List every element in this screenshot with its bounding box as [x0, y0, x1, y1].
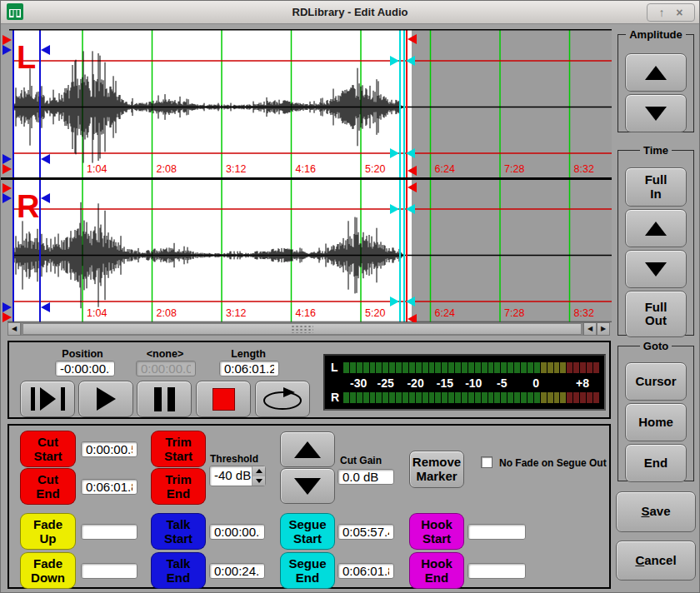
- talk-start-field[interactable]: [209, 524, 265, 540]
- meter-segment: [389, 362, 395, 373]
- gain-up-button[interactable]: [280, 431, 335, 467]
- meter-segment: [521, 362, 527, 373]
- trim-start-button[interactable]: TrimStart: [151, 431, 206, 467]
- cut-start-marker[interactable]: [2, 183, 12, 193]
- remove-marker-button[interactable]: RemoveMarker: [409, 451, 464, 488]
- goto-end-button[interactable]: End: [625, 444, 687, 482]
- meter-segment: [363, 392, 369, 403]
- cut-end-button[interactable]: CutEnd: [20, 468, 76, 505]
- scroll-forward-button[interactable]: ▶: [597, 322, 610, 336]
- talk-start-button[interactable]: TalkStart: [151, 513, 206, 550]
- meter-segment: [468, 362, 474, 373]
- meter-segment: [442, 362, 448, 373]
- time-tick-label: 4:16: [296, 163, 316, 175]
- pause-button[interactable]: [137, 381, 192, 417]
- length-field[interactable]: [219, 361, 279, 376]
- shade-window-icon[interactable]: ↑: [659, 7, 665, 18]
- meter-scale-label: -25: [378, 376, 394, 390]
- cut-start-marker[interactable]: [2, 35, 12, 45]
- meter-scale-label: 0: [532, 376, 539, 390]
- talk-start-marker[interactable]: [2, 302, 12, 312]
- hook-start-field[interactable]: [468, 524, 526, 540]
- threshold-label: Threshold: [210, 453, 258, 465]
- meter-segment: [580, 362, 586, 373]
- marker-edit-panel: CutStart CutEnd TrimStart TrimEnd Thresh…: [8, 424, 611, 589]
- stop-button[interactable]: [196, 381, 251, 417]
- save-button[interactable]: Save: [616, 491, 696, 532]
- meter-segment: [494, 362, 500, 373]
- waveform-scrollbar[interactable]: ◀ ◀ ▶: [8, 322, 610, 336]
- fade-up-button[interactable]: FadeUp: [20, 513, 76, 550]
- cut-start-marker[interactable]: [2, 312, 12, 322]
- meter-segment: [475, 362, 481, 373]
- meter-segment: [382, 392, 388, 403]
- loop-icon: [261, 386, 304, 411]
- talk-end-button[interactable]: TalkEnd: [151, 552, 206, 589]
- meter-segment: [422, 362, 428, 373]
- meter-right-bar: [343, 392, 599, 403]
- meter-segment: [396, 392, 402, 403]
- cut-end-field[interactable]: [81, 479, 138, 495]
- amplitude-group-title: Amplitude: [626, 28, 686, 41]
- scroll-back-button[interactable]: ◀: [583, 322, 597, 336]
- spin-up-icon[interactable]: [252, 466, 265, 476]
- title-bar[interactable]: RDLibrary - Edit Audio ↑ ×: [1, 1, 699, 24]
- segue-end-field[interactable]: [338, 563, 394, 579]
- waveform-right-channel[interactable]: R1:042:083:124:165:206:247:288:32: [1, 180, 612, 322]
- segue-end-button[interactable]: SegueEnd: [280, 552, 335, 589]
- no-fade-checkbox[interactable]: [481, 456, 492, 468]
- time-zoom-out-button[interactable]: [625, 250, 687, 288]
- gain-down-button[interactable]: [280, 468, 335, 504]
- waveform-left-channel[interactable]: L1:042:083:124:165:206:247:288:32: [1, 29, 612, 177]
- meter-segment: [573, 392, 579, 403]
- trim-end-button[interactable]: TrimEnd: [151, 468, 206, 505]
- time-full-out-button[interactable]: FullOut: [625, 291, 687, 337]
- meter-segment: [462, 362, 468, 373]
- play-from-cursor-button[interactable]: [20, 381, 75, 417]
- time-full-in-button[interactable]: FullIn: [625, 167, 687, 207]
- meter-segment: [554, 362, 560, 373]
- cut-start-button[interactable]: CutStart: [20, 431, 76, 467]
- threshold-value[interactable]: -40 dB: [210, 466, 252, 486]
- position-field[interactable]: [55, 361, 115, 376]
- close-icon[interactable]: ×: [676, 7, 682, 18]
- amplitude-up-button[interactable]: [625, 53, 687, 92]
- cut-start-field[interactable]: [81, 441, 138, 457]
- talk-start-marker[interactable]: [2, 45, 12, 55]
- meter-segment: [548, 362, 553, 373]
- goto-cursor-button[interactable]: Cursor: [625, 362, 687, 401]
- hook-end-button[interactable]: HookEnd: [409, 552, 464, 589]
- goto-home-button[interactable]: Home: [625, 403, 687, 441]
- scrollbar-track[interactable]: [21, 322, 583, 336]
- meter-segment: [528, 362, 533, 373]
- play-icon: [97, 387, 116, 411]
- threshold-spinbox[interactable]: -40 dB: [209, 466, 266, 486]
- fade-down-field[interactable]: [81, 563, 138, 579]
- meter-segment: [357, 362, 362, 373]
- cut-gain-field[interactable]: [338, 469, 394, 485]
- cut-start-marker[interactable]: [2, 164, 12, 174]
- spin-down-icon[interactable]: [252, 476, 265, 486]
- play-button[interactable]: [78, 381, 133, 417]
- fade-up-field[interactable]: [81, 524, 138, 540]
- meter-left-label: L: [331, 362, 342, 373]
- scroll-left-button[interactable]: ◀: [8, 322, 21, 336]
- talk-start-marker[interactable]: [2, 154, 12, 164]
- loop-button[interactable]: [255, 381, 310, 417]
- segue-start-field[interactable]: [338, 524, 394, 540]
- time-tick-label: 6:24: [435, 307, 455, 319]
- hook-end-field[interactable]: [468, 563, 526, 579]
- talk-start-marker[interactable]: [2, 193, 12, 203]
- goto-group: Goto Cursor Home End: [618, 340, 694, 481]
- segue-start-button[interactable]: SegueStart: [280, 513, 335, 550]
- scrollbar-grip: [291, 325, 313, 333]
- cancel-button[interactable]: Cancel: [616, 541, 696, 581]
- fade-down-button[interactable]: FadeDown: [20, 552, 76, 589]
- hook-start-button[interactable]: HookStart: [409, 513, 464, 550]
- time-zoom-in-button[interactable]: [625, 209, 687, 247]
- amplitude-down-button[interactable]: [625, 94, 687, 132]
- meter-segment: [455, 362, 461, 373]
- talk-end-field[interactable]: [209, 563, 265, 579]
- amplitude-group: Amplitude: [618, 28, 694, 132]
- scrollbar-thumb[interactable]: [22, 323, 582, 335]
